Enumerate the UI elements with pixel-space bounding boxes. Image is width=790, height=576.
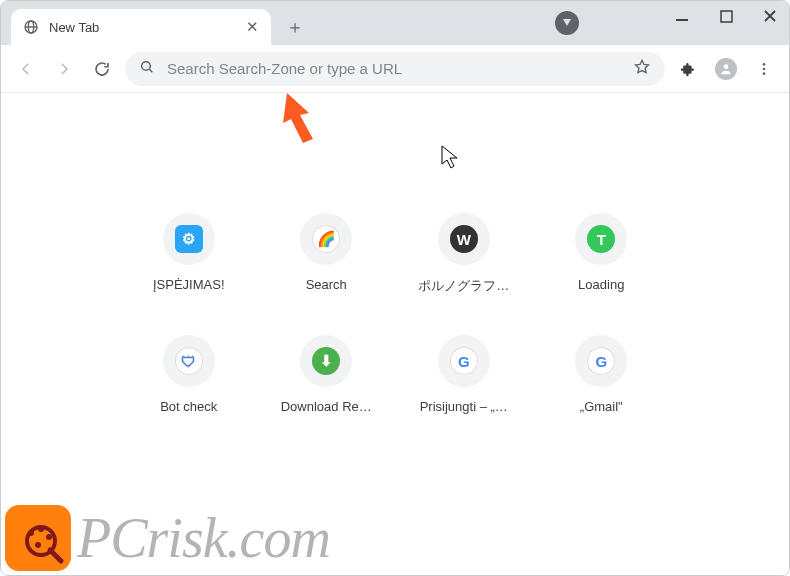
shortcut-icon: 🌈 [300,213,352,265]
svg-rect-3 [676,19,688,21]
forward-button[interactable] [49,54,79,84]
svg-marker-2 [563,19,571,26]
shortcut-label: Download Re… [281,399,372,414]
new-tab-button[interactable]: ＋ [281,13,309,41]
address-bar[interactable]: Search Search-Zone or type a URL [125,52,665,86]
shortcut-icon: 🛡 [163,335,215,387]
address-bar-placeholder: Search Search-Zone or type a URL [167,60,621,77]
shortcut-icon: G [438,335,490,387]
svg-point-8 [763,67,766,70]
new-tab-page: ⚙ĮSPĖJIMAS!🌈SearchWポルノグラフ…TLoading🛡Bot c… [1,213,789,576]
close-tab-icon[interactable]: ✕ [246,18,259,36]
shortcut-tile[interactable]: GPrisijungti – „… [400,335,528,414]
globe-icon [23,19,39,35]
shortcut-tile[interactable]: TLoading [538,213,666,295]
shortcut-grid: ⚙ĮSPĖJIMAS!🌈SearchWポルノグラフ…TLoading🛡Bot c… [125,213,665,414]
minimize-button[interactable] [671,9,693,27]
svg-point-9 [763,72,766,75]
shortcut-icon: W [438,213,490,265]
cursor-icon [441,145,459,173]
shortcut-icon: T [575,213,627,265]
close-window-button[interactable] [759,9,781,27]
shortcut-label: ポルノグラフ… [418,277,509,295]
shortcut-tile[interactable]: G„Gmail" [538,335,666,414]
shortcut-tile[interactable]: ⚙ĮSPĖJIMAS! [125,213,253,295]
media-control-button[interactable] [555,11,579,35]
shortcut-tile[interactable]: ⬇Download Re… [263,335,391,414]
shortcut-icon: G [575,335,627,387]
back-button[interactable] [11,54,41,84]
window-controls [671,9,781,27]
shortcut-tile[interactable]: Wポルノグラフ… [400,213,528,295]
reload-button[interactable] [87,54,117,84]
maximize-button[interactable] [715,9,737,27]
svg-point-6 [724,64,729,69]
svg-rect-4 [721,11,732,22]
shortcut-label: Bot check [160,399,217,414]
shortcut-tile[interactable]: 🌈Search [263,213,391,295]
browser-tab[interactable]: New Tab ✕ [11,9,271,45]
shortcut-label: Loading [578,277,624,292]
svg-point-5 [142,62,151,71]
svg-marker-10 [283,93,313,143]
shortcut-label: Prisijungti – „… [420,399,508,414]
bookmark-star-icon[interactable] [633,58,651,79]
svg-marker-11 [442,146,457,168]
shortcut-icon: ⬇ [300,335,352,387]
shortcut-label: „Gmail" [580,399,623,414]
extensions-button[interactable] [673,54,703,84]
shortcut-label: Search [306,277,347,292]
toolbar: Search Search-Zone or type a URL [1,45,789,93]
shortcut-tile[interactable]: 🛡Bot check [125,335,253,414]
svg-point-7 [763,63,766,66]
shortcut-icon: ⚙ [163,213,215,265]
search-icon [139,59,155,78]
menu-button[interactable] [749,54,779,84]
annotation-arrow-icon [273,89,329,153]
titlebar: New Tab ✕ ＋ [1,1,789,45]
profile-button[interactable] [711,54,741,84]
tab-title: New Tab [49,20,236,35]
shortcut-label: ĮSPĖJIMAS! [153,277,225,292]
